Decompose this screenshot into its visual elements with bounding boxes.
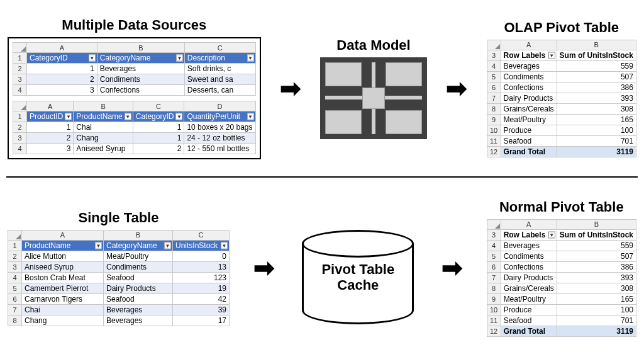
arrow-right-icon: ➡ <box>442 76 471 101</box>
filter-dropdown-icon[interactable]: ▼ <box>176 55 183 62</box>
filter-dropdown-icon[interactable]: ▼ <box>164 242 171 249</box>
filter-dropdown-icon[interactable]: ▼ <box>89 55 96 62</box>
pivot-row: 11Seafood701 <box>487 315 636 326</box>
pivot-row: 6Confections386 <box>487 261 636 272</box>
pivot-row: 8Grains/Cereals308 <box>487 103 636 114</box>
row-header: 1 <box>13 53 27 64</box>
table-row: 4 3 Aniseed Syrup 2 12 - 550 ml bottles <box>13 144 256 154</box>
sheet-corner-icon <box>13 101 27 111</box>
pivot-row: 4Beverages559 <box>487 240 636 251</box>
pivot-grand-total: 12Grand Total3119 <box>487 146 636 157</box>
sources-column: Multiple Data Sources A B C 1 CategoryID… <box>8 17 261 159</box>
olap-pivot-column: OLAP Pivot Table A B 3 Row Labels▼ Sum o… <box>487 20 636 157</box>
table-row: 3 2 Chang 1 24 - 12 oz bottles <box>13 133 256 144</box>
filter-dropdown-icon[interactable]: ▼ <box>548 52 555 59</box>
source-table-products: A B C D 1 ProductID▼ ProductName▼ Catego… <box>13 101 256 154</box>
table-row: 6Carnarvon TigersSeafood42 <box>8 293 230 304</box>
single-table-title: Single Table <box>79 210 159 226</box>
table-row: 2Alice MuttonMeat/Poultry0 <box>8 251 230 261</box>
normal-pivot-title: Normal Pivot Table <box>499 199 624 215</box>
cache-column: Pivot Table Cache <box>298 211 418 324</box>
pivot-row: 6Confections386 <box>487 82 636 93</box>
table-row: 4 3 Confections Desserts, can <box>13 85 256 96</box>
col-header: C <box>184 43 255 53</box>
pivot-value-header: Sum of UnitsInStock <box>557 229 636 240</box>
table-row: 2 1 Beverages Soft drinks, c <box>13 64 256 74</box>
header-categoryid[interactable]: CategoryID▼ <box>27 53 97 64</box>
filter-dropdown-icon[interactable]: ▼ <box>548 231 555 238</box>
top-flow: Multiple Data Sources A B C 1 CategoryID… <box>0 0 644 176</box>
col-header: D <box>184 101 255 111</box>
table-row: 4Boston Crab MeatSeafood123 <box>8 272 230 283</box>
datamodel-column: Data Model <box>320 37 427 139</box>
header-categoryname[interactable]: CategoryName▼ <box>104 240 173 251</box>
pivot-cache-label: Pivot Table Cache <box>304 261 412 293</box>
pivot-row: 5Condiments507 <box>487 251 636 261</box>
col-header: B <box>104 230 173 240</box>
pivot-row-labels-header[interactable]: Row Labels▼ <box>501 229 557 240</box>
header-quantityperunit[interactable]: QuantityPerUnit▼ <box>184 111 255 122</box>
pivot-grand-total: 12Grand Total3119 <box>487 326 636 336</box>
single-source-table: A B C 1 ProductName▼ CategoryName▼ Units… <box>8 230 230 326</box>
header-productname[interactable]: ProductName▼ <box>22 240 104 251</box>
sources-title: Multiple Data Sources <box>62 17 206 33</box>
bottom-flow: Single Table A B C 1 ProductName▼ Catego… <box>0 178 644 358</box>
header-categoryid[interactable]: CategoryID▼ <box>133 111 184 122</box>
pivot-row: 9Meat/Poultry165 <box>487 293 636 304</box>
pivot-row-labels-header[interactable]: Row Labels▼ <box>501 50 557 60</box>
sheet-corner-icon <box>487 219 501 229</box>
col-header: B <box>557 219 636 229</box>
col-header: B <box>97 43 184 53</box>
datamodel-title: Data Model <box>336 37 410 54</box>
sources-box: A B C 1 CategoryID▼ CategoryName▼ Descri… <box>8 37 261 159</box>
filter-dropdown-icon[interactable]: ▼ <box>221 242 228 249</box>
table-row: 8ChangBeverages17 <box>8 315 230 326</box>
header-unitsinstock[interactable]: UnitsInStock▼ <box>173 240 230 251</box>
table-row: 3 2 Condiments Sweet and sa <box>13 74 256 85</box>
olap-pivot-table: A B 3 Row Labels▼ Sum of UnitsInStock 4B… <box>487 40 636 157</box>
datamodel-schematic-icon <box>320 57 427 139</box>
col-header: A <box>27 101 74 111</box>
source-table-categories: A B C 1 CategoryID▼ CategoryName▼ Descri… <box>13 42 256 96</box>
filter-dropdown-icon[interactable]: ▼ <box>125 113 131 120</box>
filter-dropdown-icon[interactable]: ▼ <box>247 55 254 62</box>
table-row: 2 1 Chai 1 10 boxes x 20 bags <box>13 122 256 133</box>
arrow-right-icon: ➡ <box>250 255 279 280</box>
normal-pivot-table: A B 3 Row Labels▼ Sum of UnitsInStock 4B… <box>487 219 636 337</box>
col-header: A <box>27 43 97 53</box>
col-header: B <box>557 40 636 50</box>
sheet-corner-icon <box>8 230 22 240</box>
col-header: A <box>22 230 104 240</box>
filter-dropdown-icon[interactable]: ▼ <box>95 242 102 249</box>
arrow-right-icon: ➡ <box>438 255 467 280</box>
pivot-row: 5Condiments507 <box>487 71 636 82</box>
filter-dropdown-icon[interactable]: ▼ <box>175 113 182 120</box>
pivot-row: 7Dairy Products393 <box>487 93 636 103</box>
col-header: A <box>501 219 557 229</box>
olap-pivot-title: OLAP Pivot Table <box>504 20 619 36</box>
header-categoryname[interactable]: CategoryName▼ <box>97 53 184 64</box>
pivot-row: 11Seafood701 <box>487 135 636 146</box>
arrow-right-icon: ➡ <box>276 76 305 101</box>
col-header: C <box>173 230 230 240</box>
filter-dropdown-icon[interactable]: ▼ <box>65 113 72 120</box>
filter-dropdown-icon[interactable]: ▼ <box>247 113 254 120</box>
col-header: C <box>133 101 184 111</box>
pivot-cache-icon: Pivot Table Cache <box>298 230 418 324</box>
sheet-corner-icon <box>13 43 27 53</box>
pivot-row: 10Produce100 <box>487 304 636 315</box>
table-row: 3Aniseed SyrupCondiments13 <box>8 261 230 272</box>
pivot-row: 9Meat/Poultry165 <box>487 114 636 125</box>
header-productid[interactable]: ProductID▼ <box>27 111 74 122</box>
pivot-row: 4Beverages559 <box>487 60 636 71</box>
normal-pivot-column: Normal Pivot Table A B 3 Row Labels▼ Sum… <box>487 199 636 337</box>
pivot-value-header: Sum of UnitsInStock <box>557 50 636 60</box>
header-description[interactable]: Description▼ <box>184 53 255 64</box>
table-row: 7ChaiBeverages39 <box>8 304 230 315</box>
col-header: A <box>501 40 557 50</box>
sheet-corner-icon <box>487 40 501 50</box>
pivot-row: 8Grains/Cereals308 <box>487 283 636 293</box>
single-table-column: Single Table A B C 1 ProductName▼ Catego… <box>8 210 230 326</box>
header-productname[interactable]: ProductName▼ <box>74 111 133 122</box>
pivot-row: 7Dairy Products393 <box>487 272 636 283</box>
